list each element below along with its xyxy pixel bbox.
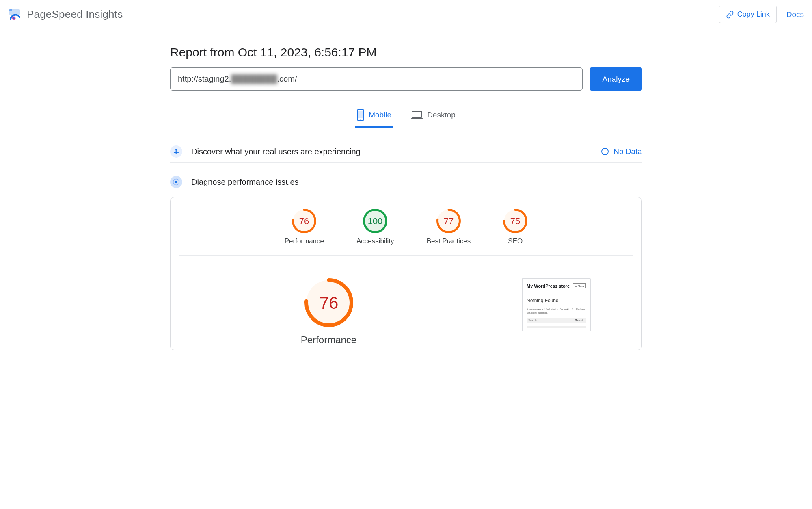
gauge-performance[interactable]: 76 Performance <box>285 209 324 245</box>
gauge-dial-icon: 100 <box>363 209 387 233</box>
gauge-dial-icon: 77 <box>436 209 461 233</box>
copy-link-button[interactable]: Copy Link <box>719 6 777 23</box>
header-actions: Copy Link Docs <box>719 6 804 23</box>
preview-search-btn: Search <box>572 318 586 323</box>
gauge-accessibility[interactable]: 100 Accessibility <box>356 209 394 245</box>
no-data-badge[interactable]: No Data <box>601 147 642 156</box>
gauge-label: Accessibility <box>356 237 394 245</box>
psi-logo-icon <box>8 8 21 21</box>
diagnose-section-header: Diagnose performance issues <box>170 171 642 193</box>
preview-body: It seems we can't find what you're looki… <box>527 308 586 314</box>
performance-big-gauge: 76 <box>304 278 353 327</box>
gauge-dial-icon: 75 <box>503 209 527 233</box>
svg-text:76: 76 <box>319 293 338 312</box>
tab-desktop[interactable]: Desktop <box>409 105 457 128</box>
url-value-prefix: http://staging2. <box>178 74 231 83</box>
svg-rect-14 <box>605 151 605 154</box>
svg-rect-1 <box>9 9 12 11</box>
docs-link[interactable]: Docs <box>786 10 804 19</box>
desktop-icon <box>411 110 423 119</box>
section-left: Discover what your real users are experi… <box>170 145 361 158</box>
preview-search-input: Search … <box>527 318 572 323</box>
main-content: Report from Oct 11, 2023, 6:56:17 PM htt… <box>168 29 644 350</box>
url-value-redacted: ████████ <box>231 74 277 83</box>
svg-point-10 <box>174 152 175 153</box>
svg-point-17 <box>175 181 177 183</box>
analyze-button[interactable]: Analyze <box>590 67 642 91</box>
preview-site-title: My WordPress store <box>527 283 570 289</box>
svg-text:100: 100 <box>368 216 383 226</box>
preview-heading: Nothing Found <box>527 298 586 303</box>
users-icon <box>170 145 182 158</box>
svg-text:77: 77 <box>444 216 454 226</box>
gauges-row: 76 Performance 100 Accessibility 77 Best… <box>179 209 633 256</box>
preview-menu: ☰ Menu <box>573 283 586 288</box>
tab-mobile-label: Mobile <box>369 110 391 119</box>
svg-point-15 <box>605 149 605 150</box>
screenshot-preview-col: My WordPress store ☰ Menu Nothing Found … <box>479 278 633 331</box>
real-users-section: Discover what your real users are experi… <box>170 141 642 163</box>
gauge-icon <box>170 176 182 188</box>
preview-footer-bar <box>527 326 586 328</box>
performance-detail-row: 76 Performance My WordPress store ☰ Menu… <box>175 267 637 350</box>
report-title: Report from Oct 11, 2023, 6:56:17 PM <box>170 45 642 59</box>
url-input[interactable]: http://staging2.████████.com/ <box>170 67 583 91</box>
mobile-icon <box>356 109 365 121</box>
svg-point-3 <box>13 17 15 19</box>
svg-point-6 <box>360 119 361 120</box>
link-icon <box>726 11 734 19</box>
brand[interactable]: PageSpeed Insights <box>8 8 123 21</box>
svg-text:76: 76 <box>299 216 309 226</box>
performance-big-label: Performance <box>301 334 356 346</box>
gauge-label: Performance <box>285 237 324 245</box>
gauge-label: Best Practices <box>427 237 471 245</box>
screenshot-preview: My WordPress store ☰ Menu Nothing Found … <box>522 278 591 331</box>
gauge-dial-icon: 76 <box>292 209 316 233</box>
performance-big-gauge-col: 76 Performance <box>179 278 479 350</box>
copy-link-label: Copy Link <box>737 10 770 19</box>
diagnose-card: 76 Performance 100 Accessibility 77 Best… <box>170 197 642 350</box>
svg-text:75: 75 <box>510 216 520 226</box>
info-icon <box>601 148 609 155</box>
no-data-label: No Data <box>613 147 642 156</box>
tab-mobile[interactable]: Mobile <box>355 105 393 128</box>
device-tabs: Mobile Desktop <box>170 105 642 128</box>
gauge-seo[interactable]: 75 SEO <box>503 209 527 245</box>
real-users-title: Discover what your real users are experi… <box>191 147 361 156</box>
gauge-label: SEO <box>508 237 523 245</box>
svg-rect-7 <box>412 111 422 117</box>
gauge-best-practices[interactable]: 77 Best Practices <box>427 209 471 245</box>
svg-rect-12 <box>175 151 177 154</box>
section-left: Diagnose performance issues <box>170 176 299 188</box>
svg-rect-5 <box>358 111 363 118</box>
svg-point-11 <box>177 152 179 153</box>
url-value-suffix: .com/ <box>277 74 297 83</box>
svg-rect-8 <box>411 118 423 119</box>
url-row: http://staging2.████████.com/ Analyze <box>170 67 642 91</box>
app-title: PageSpeed Insights <box>27 8 123 21</box>
svg-point-9 <box>175 149 177 151</box>
tab-desktop-label: Desktop <box>427 110 456 119</box>
app-header: PageSpeed Insights Copy Link Docs <box>0 0 812 29</box>
diagnose-title: Diagnose performance issues <box>191 178 299 187</box>
